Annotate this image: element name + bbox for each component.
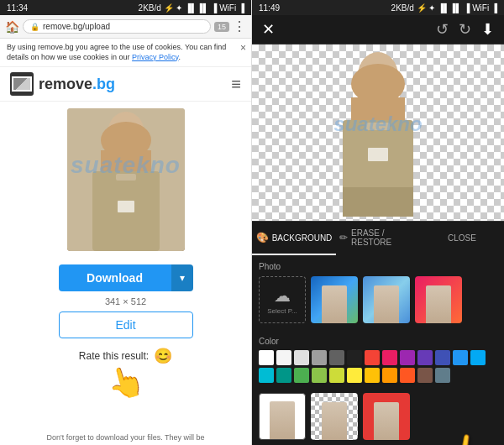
color-swatch[interactable]: [329, 368, 344, 383]
bg-thumb-1[interactable]: [311, 276, 358, 323]
redo-button[interactable]: ↻: [459, 20, 471, 39]
color-swatch[interactable]: [382, 368, 397, 383]
svg-rect-13: [343, 187, 413, 217]
color-swatch[interactable]: [365, 368, 380, 383]
color-swatch[interactable]: [470, 350, 486, 365]
status-icons-left: 2KB/d ⚡ ✦ ▐▌▐▌ ▐ WiFi ▐: [139, 3, 244, 13]
bg-thumb-2[interactable]: [363, 276, 410, 323]
status-bar-right: 11:49 2KB/d ⚡ ✦ ▐▌▐▌ ▐ WiFi ▐: [252, 0, 504, 15]
hamburger-menu-icon[interactable]: ≡: [231, 75, 241, 94]
address-bar: 🏠 🔒 remove.bg/upload 15 ⋮: [0, 15, 251, 39]
bottom-toolbar: 🎨 BACKGROUND ✏ ERASE / RESTORE CLOSE Pho…: [252, 221, 504, 445]
smiley-icon[interactable]: 😊: [154, 347, 172, 365]
thumb-person-2: [374, 285, 399, 323]
tab-count[interactable]: 15: [214, 22, 229, 32]
download-section: Download ▾ 341 × 512 Edit Rate this resu…: [0, 258, 251, 407]
status-bar-left: 11:34 2KB/d ⚡ ✦ ▐▌▐▌ ▐ WiFi ▐: [0, 0, 251, 15]
color-swatch[interactable]: [347, 350, 362, 365]
toolbar-left: ✕: [262, 20, 275, 39]
tab-close[interactable]: CLOSE: [420, 222, 504, 255]
download-toolbar-button[interactable]: ⬇: [481, 20, 494, 39]
undo-button[interactable]: ↺: [436, 20, 449, 39]
download-arrow-button[interactable]: ▾: [171, 264, 193, 291]
color-swatch[interactable]: [294, 350, 309, 365]
brand-logo: remove.bg: [10, 72, 115, 96]
erase-tab-icon: ✏: [339, 232, 348, 243]
background-tab-icon: 🎨: [256, 232, 269, 243]
color-swatch[interactable]: [259, 350, 274, 365]
bg-options-row: ☁ Select P...: [259, 276, 497, 323]
cookie-text: By using remove.bg you agree to the use …: [7, 43, 244, 62]
color-swatch[interactable]: [347, 368, 362, 383]
home-icon[interactable]: 🏠: [5, 20, 19, 34]
result-image-area: suatekno: [252, 44, 504, 221]
bg-panel: Photo ☁ Select P...: [252, 255, 504, 337]
svg-rect-12: [368, 148, 388, 161]
bg-photo-label: Photo: [259, 262, 497, 271]
bottom-note: Don't forget to download your files. The…: [0, 430, 251, 445]
color-swatch[interactable]: [417, 350, 433, 365]
thumb-person-1: [322, 285, 347, 323]
color-swatch[interactable]: [400, 368, 415, 383]
tab-background[interactable]: 🎨 BACKGROUND: [252, 222, 336, 255]
svg-rect-6: [118, 201, 134, 212]
close-tab-label: CLOSE: [448, 233, 476, 243]
privacy-policy-link[interactable]: Privacy Policy: [132, 53, 178, 61]
status-icons-right: 2KB/d ⚡ ✦ ▐▌▐▌ ▐ WiFi ▐: [391, 3, 497, 13]
image-size-label: 341 × 512: [105, 296, 146, 306]
person-preview-image: suatekno: [67, 108, 185, 251]
color-thumb-transparent[interactable]: [311, 393, 358, 440]
bg-thumb-3[interactable]: [415, 276, 462, 323]
color-swatch[interactable]: [259, 368, 274, 383]
color-swatch[interactable]: [382, 350, 397, 365]
color-swatch[interactable]: [276, 350, 291, 365]
color-swatch[interactable]: [453, 350, 468, 365]
color-thumb-white[interactable]: [259, 393, 306, 440]
cookie-banner: By using remove.bg you agree to the use …: [0, 39, 251, 67]
color-swatch[interactable]: [294, 368, 309, 383]
menu-dots-icon[interactable]: ⋮: [233, 18, 246, 34]
color-swatch[interactable]: [435, 368, 450, 383]
color-swatch[interactable]: [365, 350, 380, 365]
color-section-label: Color: [259, 337, 497, 346]
download-main-button[interactable]: Download: [59, 264, 171, 291]
tab-erase-restore[interactable]: ✏ ERASE / RESTORE: [336, 222, 420, 255]
color-swatch[interactable]: [435, 350, 450, 365]
result-person: suatekno: [319, 49, 437, 217]
color-swatch[interactable]: [400, 350, 415, 365]
photo-upload-button[interactable]: ☁ Select P...: [259, 276, 306, 323]
thumb-person-3: [426, 285, 451, 323]
person-silhouette: suatekno: [67, 108, 185, 251]
left-panel: 11:34 2KB/d ⚡ ✦ ▐▌▐▌ ▐ WiFi ▐ 🏠 🔒 remove…: [0, 0, 252, 445]
edit-button[interactable]: Edit: [59, 312, 193, 338]
background-tab-label: BACKGROUND: [272, 233, 333, 243]
top-toolbar: ✕ ↺ ↻ ⬇: [252, 15, 504, 44]
brand-name: remove.bg: [39, 76, 115, 93]
upload-label: Select P...: [267, 307, 297, 315]
color-section: Color: [252, 337, 504, 388]
right-panel: 11:49 2KB/d ⚡ ✦ ▐▌▐▌ ▐ WiFi ▐ ✕ ↺ ↻ ⬇: [252, 0, 504, 445]
cookie-close-button[interactable]: ×: [240, 42, 246, 54]
color-swatches-row: [259, 350, 497, 383]
lock-icon: 🔒: [30, 23, 39, 31]
url-bar[interactable]: 🔒 remove.bg/upload: [23, 19, 211, 34]
time-right: 11:49: [259, 3, 280, 13]
tab-row: 🎨 BACKGROUND ✏ ERASE / RESTORE CLOSE: [252, 222, 504, 255]
color-thumb-red[interactable]: [363, 393, 410, 440]
url-text: remove.bg/upload: [43, 22, 110, 31]
download-button-group: Download ▾: [59, 264, 193, 291]
watermark-left: suatekno: [71, 152, 181, 179]
brand-nav: remove.bg ≡: [0, 67, 251, 102]
close-toolbar-button[interactable]: ✕: [262, 20, 275, 39]
logo-icon: [10, 72, 34, 96]
upload-cloud-icon: ☁: [274, 285, 291, 306]
color-swatch[interactable]: [417, 368, 433, 383]
color-swatch[interactable]: [276, 368, 291, 383]
toolbar-right: ↺ ↻ ⬇: [436, 20, 494, 39]
color-swatch[interactable]: [329, 350, 344, 365]
color-swatch[interactable]: [312, 368, 327, 383]
color-swatch[interactable]: [312, 350, 327, 365]
watermark-right: suatekno: [333, 113, 422, 136]
time-left: 11:34: [7, 3, 28, 13]
erase-tab-label: ERASE / RESTORE: [351, 228, 417, 247]
